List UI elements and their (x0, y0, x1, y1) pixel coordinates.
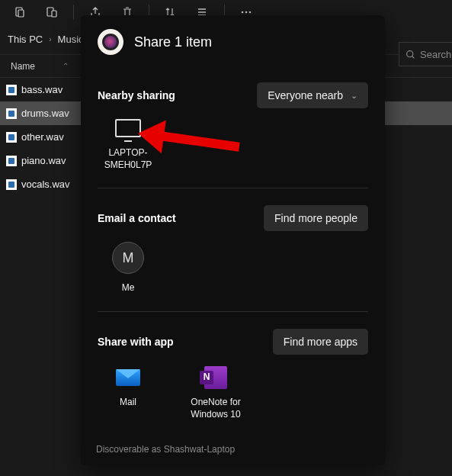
svg-point-5 (245, 11, 248, 14)
audio-file-icon (6, 132, 17, 143)
divider (98, 311, 368, 312)
share-with-app-label: Share with app (98, 336, 174, 348)
monitor-icon (115, 119, 141, 137)
app-item-onenote[interactable]: OneNote for Windows 10 (180, 365, 252, 420)
search-input[interactable]: Search (399, 42, 452, 66)
email-contact-label: Email a contact (98, 212, 176, 224)
audio-file-icon (6, 156, 17, 166)
chevron-down-icon: ⌄ (351, 91, 357, 101)
paste-icon[interactable] (38, 2, 66, 23)
search-placeholder: Search (420, 49, 451, 60)
find-more-apps-button[interactable]: Find more apps (273, 329, 368, 355)
separator (73, 5, 74, 20)
audio-file-icon (6, 85, 17, 95)
search-icon (406, 50, 415, 60)
svg-point-6 (249, 11, 252, 14)
share-dialog: Share 1 item Nearby sharing Everyone nea… (81, 15, 385, 465)
item-thumbnail-icon (98, 29, 123, 55)
copy-icon[interactable] (6, 2, 34, 23)
chevron-up-icon: ⌃ (63, 62, 69, 70)
discoverable-status: Discoverable as Shashwat-Laptop (81, 436, 385, 465)
column-header-name: Name (11, 61, 35, 72)
audio-file-icon (6, 108, 17, 119)
svg-rect-1 (18, 10, 24, 17)
share-title: Share 1 item (134, 34, 212, 50)
contact-item[interactable]: M Me (98, 242, 159, 294)
breadcrumb-item[interactable]: This PC (8, 34, 43, 45)
svg-rect-3 (52, 11, 56, 17)
app-item-mail[interactable]: Mail (98, 365, 159, 420)
divider (98, 188, 368, 188)
avatar: M (112, 242, 144, 274)
onenote-icon (204, 365, 228, 390)
audio-file-icon (6, 179, 17, 190)
mail-icon (116, 365, 140, 390)
svg-point-4 (242, 11, 244, 14)
svg-point-7 (407, 50, 413, 56)
share-header: Share 1 item (81, 15, 385, 66)
nearby-device[interactable]: LAPTOP-SMEH0L7P (98, 119, 159, 171)
nearby-visibility-dropdown[interactable]: Everyone nearb ⌄ (257, 82, 368, 108)
nearby-sharing-label: Nearby sharing (98, 89, 175, 101)
breadcrumb-item[interactable]: Music (58, 34, 84, 45)
chevron-right-icon: › (49, 35, 51, 43)
find-more-people-button[interactable]: Find more people (264, 205, 368, 231)
